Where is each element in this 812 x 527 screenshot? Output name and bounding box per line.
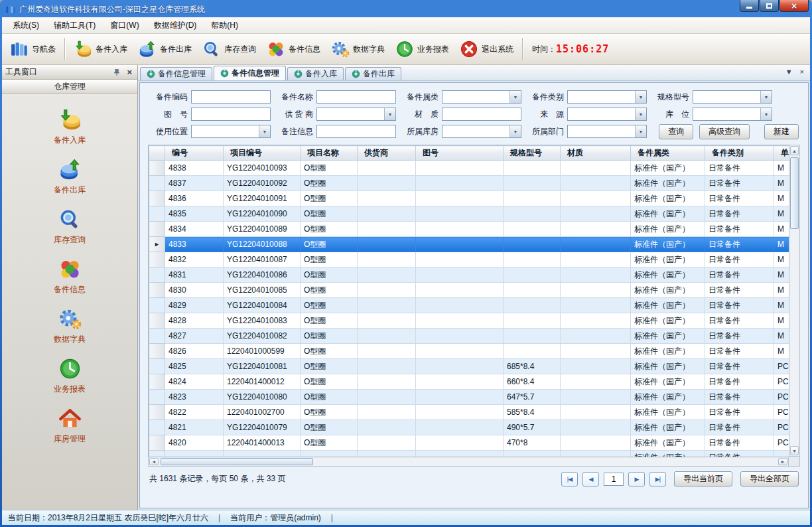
- scroll-right-icon[interactable]: ►: [778, 458, 787, 465]
- table-row[interactable]: 4827YG12204010082O型圈标准件（国产）日常备件M: [149, 329, 789, 344]
- title-bar[interactable]: 广州爱奇迪软件科技有限公司-深田之星仓库管理系统 ×: [2, 0, 810, 17]
- table-row[interactable]: 4836YG12204010091O型圈标准件（国产）日常备件M: [149, 191, 789, 206]
- horizontal-scroll-track[interactable]: [159, 458, 778, 465]
- pin-icon[interactable]: [113, 68, 121, 76]
- drawing-no-input[interactable]: [191, 108, 271, 121]
- toolbar-button-inventory-query[interactable]: 库存查询: [197, 36, 261, 62]
- part-name-input[interactable]: [316, 90, 396, 104]
- next-page-button[interactable]: ▶: [628, 472, 645, 487]
- query-button[interactable]: 查询: [659, 124, 693, 139]
- sidebar-item-parts-outbound[interactable]: 备件出库: [27, 152, 113, 202]
- row-selector[interactable]: [149, 329, 165, 344]
- sidebar-close-icon[interactable]: ×: [125, 68, 134, 76]
- row-selector[interactable]: [149, 435, 165, 451]
- maximize-button[interactable]: [760, 0, 779, 12]
- sidebar-group-header[interactable]: 仓库管理: [2, 80, 137, 94]
- sidebar-item-warehouse-management[interactable]: 库房管理: [27, 401, 113, 451]
- supplier-select[interactable]: ▼: [316, 108, 396, 121]
- horizontal-scrollbar[interactable]: ◄ ►: [148, 457, 789, 467]
- last-page-button[interactable]: ▶|: [649, 472, 666, 487]
- row-selector[interactable]: [149, 298, 165, 313]
- toolbar-button-parts-info[interactable]: 备件信息: [261, 36, 326, 62]
- table-row[interactable]: 4837YG12204010092O型圈标准件（国产）日常备件M: [149, 176, 789, 191]
- menu-item-window[interactable]: 窗口(W): [103, 17, 146, 34]
- row-selector[interactable]: [149, 267, 165, 283]
- part-code-input[interactable]: [191, 90, 271, 104]
- tab-parts-info-management-1[interactable]: 备件信息管理: [140, 67, 212, 80]
- toolbar-button-parts-inbound[interactable]: 备件入库: [68, 36, 133, 62]
- table-row[interactable]: 4831YG12204010086O型圈标准件（国产）日常备件M: [149, 267, 789, 283]
- table-row[interactable]: 48201220401400013O型圈470*8标准件（国产）日常备件PC: [149, 435, 789, 451]
- row-selector[interactable]: [149, 222, 165, 237]
- row-selector[interactable]: [149, 252, 165, 267]
- spec-model-select[interactable]: ▼: [693, 90, 772, 104]
- new-button[interactable]: 新建: [764, 124, 799, 139]
- sidebar-item-parts-info[interactable]: 备件信息: [27, 252, 113, 301]
- table-row[interactable]: 4825YG12204010081O型圈685*8.4标准件（国产）日常备件PC: [149, 359, 789, 374]
- material-input[interactable]: [442, 108, 521, 121]
- menu-item-system[interactable]: 系统(S): [5, 17, 46, 34]
- row-selector[interactable]: [149, 405, 165, 420]
- close-button[interactable]: ×: [779, 0, 809, 12]
- vertical-scroll-track[interactable]: [790, 156, 799, 445]
- export-current-page-button[interactable]: 导出当前页: [674, 471, 732, 487]
- row-selector[interactable]: ►: [149, 237, 165, 252]
- first-page-button[interactable]: |◀: [561, 472, 578, 487]
- minimize-button[interactable]: [740, 0, 759, 12]
- table-row[interactable]: 4828YG12204010083O型圈标准件（国产）日常备件M: [149, 313, 789, 329]
- row-selector[interactable]: [149, 374, 165, 390]
- table-row[interactable]: 48221220401002700O型圈585*8.4标准件（国产）日常备件PC: [149, 405, 789, 420]
- row-selector[interactable]: [149, 283, 165, 298]
- table-row[interactable]: 4838YG12204010093O型圈标准件（国产）日常备件M: [149, 161, 789, 176]
- row-selector[interactable]: [149, 313, 165, 329]
- scroll-up-icon[interactable]: ▲: [790, 146, 799, 155]
- tab-close-icon[interactable]: ×: [800, 68, 804, 76]
- table-row[interactable]: 4821YG12204010079O型圈490*5.7标准件（国产）日常备件PC: [149, 420, 789, 435]
- tab-parts-outbound[interactable]: 备件出库: [345, 67, 401, 80]
- horizontal-scroll-thumb[interactable]: [161, 458, 313, 465]
- toolbar-button-data-dictionary[interactable]: 数据字典: [326, 36, 390, 62]
- tab-parts-inbound[interactable]: 备件入库: [287, 67, 344, 80]
- table-row[interactable]: 4832YG12204010087O型圈标准件（国产）日常备件M: [149, 252, 789, 267]
- row-selector[interactable]: [149, 161, 165, 176]
- table-row[interactable]: 48261220401000599O型圈标准件（国产）日常备件M: [149, 344, 789, 359]
- sidebar-item-data-dictionary[interactable]: 数据字典: [27, 301, 113, 351]
- toolbar-button-exit-system[interactable]: 退出系统: [454, 36, 519, 62]
- row-selector[interactable]: [149, 176, 165, 191]
- export-all-pages-button[interactable]: 导出全部页: [740, 471, 799, 487]
- table-row[interactable]: 4834YG12204010089O型圈标准件（国产）日常备件M: [149, 222, 789, 237]
- sidebar-item-inventory-query[interactable]: 库存查询: [27, 202, 113, 252]
- source-select[interactable]: ▼: [567, 108, 647, 121]
- row-selector[interactable]: [149, 420, 165, 435]
- menu-item-data-maintenance[interactable]: 数据维护(D): [147, 17, 204, 34]
- scroll-left-icon[interactable]: ◄: [149, 458, 159, 465]
- row-selector[interactable]: [149, 191, 165, 206]
- part-category-select[interactable]: ▼: [567, 90, 647, 104]
- table-row[interactable]: 4823YG12204010080O型圈647*5.7标准件（国产）日常备件PC: [149, 390, 789, 405]
- row-selector[interactable]: [149, 344, 165, 359]
- table-row[interactable]: 4830YG12204010085O型圈标准件（国产）日常备件M: [149, 283, 789, 298]
- toolbar-button-nav-bar[interactable]: 导航条: [5, 36, 61, 62]
- prev-page-button[interactable]: ◀: [582, 472, 599, 487]
- advanced-query-button[interactable]: 高级查询: [699, 124, 750, 139]
- table-row[interactable]: 4835YG12204010090O型圈标准件（国产）日常备件M: [149, 206, 789, 222]
- part-property-select[interactable]: ▼: [442, 90, 521, 104]
- row-selector[interactable]: [149, 359, 165, 374]
- vertical-scroll-thumb[interactable]: [790, 157, 799, 229]
- menu-item-tools[interactable]: 辅助工具(T): [46, 17, 103, 34]
- row-selector[interactable]: [149, 390, 165, 405]
- sidebar-item-parts-inbound[interactable]: 备件入库: [27, 102, 113, 152]
- table-row[interactable]: ►4833YG12204010088O型圈标准件（国产）日常备件M: [149, 237, 789, 252]
- tab-parts-info-management-2[interactable]: 备件信息管理: [214, 66, 286, 80]
- page-number-input[interactable]: [604, 473, 624, 486]
- usage-position-select[interactable]: ▼: [191, 125, 271, 138]
- tab-list-dropdown-icon[interactable]: ▼: [785, 68, 793, 76]
- warehouse-select[interactable]: ▼: [442, 125, 521, 138]
- scroll-down-icon[interactable]: ▼: [790, 446, 799, 455]
- toolbar-button-parts-outbound[interactable]: 备件出库: [133, 36, 197, 62]
- department-select[interactable]: ▼: [567, 125, 647, 138]
- sidebar-item-business-report[interactable]: 业务报表: [27, 351, 113, 401]
- remark-input[interactable]: [316, 125, 396, 138]
- toolbar-button-business-report[interactable]: 业务报表: [390, 36, 454, 62]
- row-selector[interactable]: [149, 206, 165, 222]
